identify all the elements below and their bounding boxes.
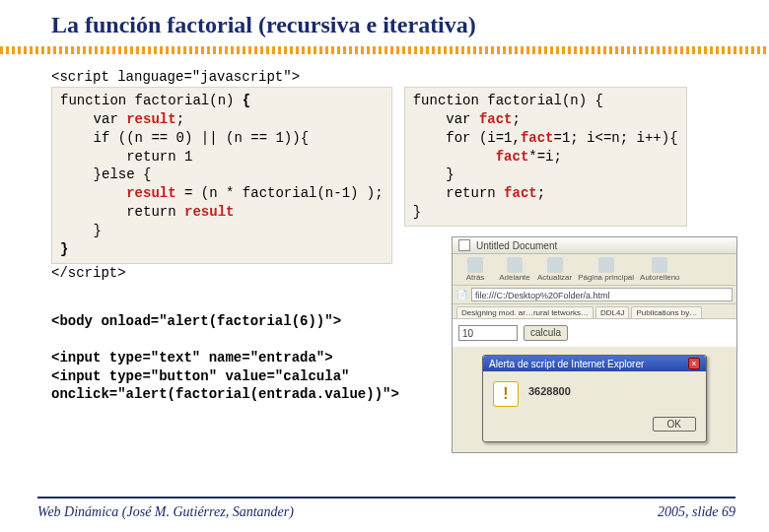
- it-line5: }: [413, 166, 454, 182]
- dialog-title-text: Alerta de script de Internet Explorer: [489, 359, 644, 369]
- tab-3[interactable]: Publications by…: [631, 306, 702, 318]
- browser-address-bar: 📄 file:///C:/Desktop%20Folder/a.html: [453, 286, 736, 304]
- rec-brace-open: {: [243, 93, 250, 108]
- address-field[interactable]: file:///C:/Desktop%20Folder/a.html: [471, 288, 733, 301]
- browser-tabs: Designing mod. ar…rural tetworks… DDL4J …: [453, 304, 736, 319]
- title-divider: [0, 46, 769, 54]
- home-icon: [598, 257, 614, 273]
- address-label: 📄: [456, 290, 467, 299]
- rec-line8: }: [60, 223, 102, 238]
- it-line3c: =1; i<=n; i++){: [554, 130, 678, 146]
- toolbar-refresh[interactable]: Actualizar: [537, 257, 572, 282]
- toolbar-autofill[interactable]: Autorelleno: [640, 257, 679, 282]
- document-icon: [458, 239, 470, 251]
- recursive-code-block: function factorial(n) { var result; if (…: [51, 87, 392, 264]
- footer-left: Web Dinámica (José M. Gutiérrez, Santand…: [37, 504, 294, 520]
- dialog-message: 3628800: [528, 381, 571, 397]
- factorial-input[interactable]: 10: [458, 325, 518, 341]
- rec-line3: if ((n == 0) || (n == 1)){: [60, 130, 309, 146]
- rec-line7a: return: [60, 204, 184, 220]
- alert-dialog: Alerta de script de Internet Explorer × …: [482, 355, 707, 442]
- toolbar-back[interactable]: Atrás: [458, 257, 492, 282]
- dialog-ok-button[interactable]: OK: [653, 417, 696, 432]
- rec-line4: return 1: [60, 149, 192, 165]
- toolbar-home[interactable]: Página principal: [578, 257, 634, 282]
- slide-title: La función factorial (recursiva e iterat…: [0, 0, 769, 46]
- browser-page-content: 10 calcula: [453, 319, 736, 347]
- refresh-icon: [547, 257, 563, 273]
- footer-right: 2005, slide 69: [658, 504, 735, 520]
- it-line4c: *=i;: [528, 149, 562, 165]
- rec-result-var1: result: [126, 111, 175, 127]
- iterative-code-block: function factorial(n) { var fact; for (i…: [404, 87, 687, 227]
- rec-result-var3: result: [184, 204, 234, 220]
- toolbar-home-label: Página principal: [578, 273, 634, 282]
- tab-2[interactable]: DDL4J: [595, 306, 629, 318]
- warning-icon: [493, 381, 519, 407]
- tab-1[interactable]: Designing mod. ar…rural tetworks…: [456, 306, 594, 318]
- rec-line1a: function factorial(n): [60, 93, 243, 108]
- it-line2a: var: [413, 111, 479, 127]
- dialog-titlebar: Alerta de script de Internet Explorer ×: [483, 356, 706, 371]
- forward-icon: [507, 257, 523, 273]
- browser-screenshot: Untitled Document Atrás Adelante Actuali…: [452, 236, 737, 453]
- browser-title-text: Untitled Document: [476, 240, 557, 251]
- it-line7: }: [413, 204, 421, 220]
- rec-line5: }else {: [60, 166, 151, 182]
- calcula-button[interactable]: calcula: [524, 325, 568, 341]
- it-fact-var4: fact: [504, 185, 537, 201]
- it-line2c: ;: [513, 111, 521, 127]
- it-line1: function factorial(n) {: [413, 93, 603, 108]
- it-line6a: return: [413, 185, 504, 201]
- browser-toolbar: Atrás Adelante Actualizar Página princip…: [453, 254, 736, 286]
- it-fact-var3: fact: [496, 149, 529, 165]
- footer-rule: [37, 497, 735, 499]
- close-icon[interactable]: ×: [688, 358, 700, 369]
- it-fact-var1: fact: [479, 111, 513, 127]
- rec-line2a: var: [60, 111, 126, 127]
- it-line6c: ;: [537, 185, 545, 201]
- rec-line6c: = (n * factorial(n-1) );: [176, 185, 384, 201]
- rec-brace-close: }: [60, 241, 68, 257]
- rec-line2c: ;: [176, 111, 184, 127]
- it-fact-var2: fact: [521, 130, 554, 146]
- toolbar-forward[interactable]: Adelante: [498, 257, 531, 282]
- it-line4a: [413, 149, 496, 165]
- toolbar-refresh-label: Actualizar: [537, 273, 572, 282]
- rec-line6a: [60, 185, 126, 201]
- rec-result-var2: result: [126, 185, 175, 201]
- toolbar-forward-label: Adelante: [499, 273, 530, 282]
- toolbar-back-label: Atrás: [466, 273, 485, 282]
- autofill-icon: [652, 257, 667, 273]
- toolbar-autofill-label: Autorelleno: [640, 273, 679, 282]
- it-line3a: for (i=1,: [413, 130, 521, 146]
- browser-window-title: Untitled Document: [453, 237, 736, 254]
- back-icon: [467, 257, 483, 273]
- script-open-line: <script language="javascript">: [51, 68, 737, 87]
